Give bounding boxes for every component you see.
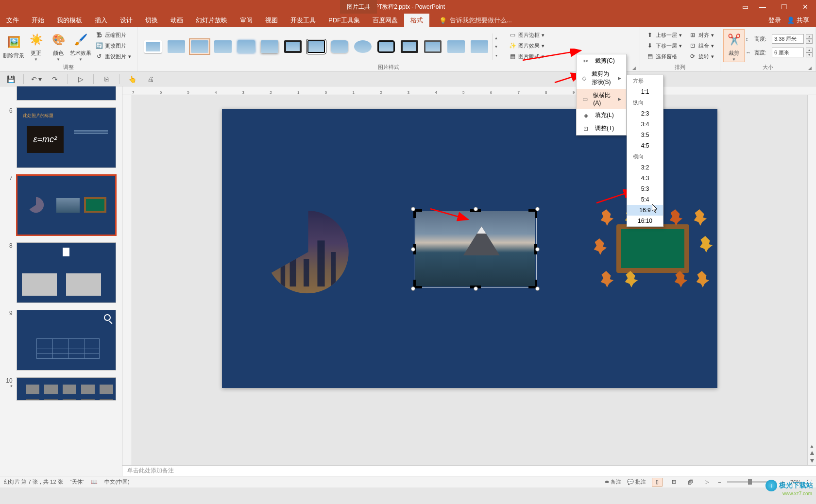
sel-handle-tl[interactable] [411,207,415,211]
style-thumb-4[interactable] [212,38,234,55]
height-input[interactable]: 3.38 厘米 [772,34,804,44]
notes-pane[interactable]: 单击此处添加备注 [122,465,816,476]
ratio-4-5[interactable]: 4:5 [627,140,663,151]
picture-1-pie-shape[interactable] [261,208,356,296]
tab-insert[interactable]: 插入 [88,14,114,27]
style-thumb-15[interactable] [469,38,490,55]
slide-thumb-10[interactable]: 10* [6,377,116,401]
slide-thumb-8[interactable]: 8 [6,242,116,303]
align-button[interactable]: ⊞对齐 ▾ [686,30,717,40]
styles-launcher[interactable]: ◢ [632,66,636,70]
style-thumb-9[interactable] [329,38,350,55]
slide-thumb-7[interactable]: 7 [6,175,116,235]
horizontal-ruler[interactable]: 7 6 5 4 3 2 1 0 1 2 3 4 5 6 7 8 9 [122,86,816,95]
height-spinner[interactable]: ▲▼ [806,34,813,44]
menu-fill[interactable]: ◈填充(L) [577,109,626,122]
slide-thumb-5[interactable] [6,86,116,101]
tab-design[interactable]: 设计 [114,14,139,27]
tab-home[interactable]: 开始 [25,14,51,27]
style-thumb-3[interactable] [189,38,210,55]
ratio-5-4[interactable]: 5:4 [627,194,663,205]
tab-view[interactable]: 视图 [259,14,284,27]
maximize-button[interactable]: ☐ [773,0,795,14]
style-thumb-11[interactable] [375,38,397,55]
corrections-button[interactable]: ☀️更正▼ [25,29,47,62]
save-button[interactable]: 💾 [5,73,17,85]
minimize-button[interactable]: — [752,0,773,14]
ratio-4-3[interactable]: 4:3 [627,173,663,184]
comments-toggle[interactable]: 💬 批注 [627,478,646,486]
ratio-3-2[interactable]: 3:2 [627,162,663,173]
close-button[interactable]: ✕ [795,0,816,14]
send-backward-button[interactable]: ⬇下移一层 ▾ [643,41,685,51]
sel-handle-lm[interactable] [411,247,415,252]
picture-border-button[interactable]: ▭图片边框 ▾ [506,30,547,40]
ratio-3-4[interactable]: 3:4 [627,119,663,130]
login-link[interactable]: 登录 [768,16,781,25]
tell-me-search[interactable]: 💡 告诉我您想要做什么... [439,14,512,27]
gallery-more[interactable]: ▲▼▾ [492,34,500,60]
size-launcher[interactable]: ◢ [808,66,812,70]
ratio-1-1[interactable]: 1:1 [627,86,663,97]
crop-button[interactable]: ✂️裁剪▼ [723,29,745,62]
ratio-2-3[interactable]: 2:3 [627,108,663,119]
tab-transitions[interactable]: 切换 [139,14,164,27]
ratio-3-5[interactable]: 3:5 [627,130,663,140]
rotate-button[interactable]: ⟳旋转 ▾ [686,51,717,62]
normal-view-button[interactable]: ▯ [652,478,663,487]
slide-thumb-6[interactable]: 6 此处照片的标题ε=mc² [6,107,116,168]
tab-templates[interactable]: 我的模板 [51,14,88,27]
picture-layout-button[interactable]: ▦图片版式 ▾ [506,51,547,62]
picture-2-selected[interactable] [415,211,535,286]
menu-crop[interactable]: ✂裁剪(C) [577,54,626,67]
reading-view-button[interactable]: 🗐 [685,478,696,487]
contextual-tab-picture-tools[interactable]: 图片工具 [340,0,377,14]
tab-file[interactable]: 文件 [0,14,25,27]
sel-handle-br[interactable] [535,286,540,291]
ratio-5-3[interactable]: 5:3 [627,184,663,194]
print-button[interactable]: 🖨 [145,73,156,85]
ratio-16-10[interactable]: 16:10 [627,216,663,226]
style-thumb-12[interactable] [399,38,420,55]
menu-fit[interactable]: ⊡调整(T) [577,122,626,135]
touch-mode-button[interactable]: 👆 [126,73,138,85]
color-button[interactable]: 🎨颜色▼ [48,29,69,62]
language-indicator[interactable]: 中文(中国) [104,478,129,486]
notes-toggle[interactable]: ≐ 备注 [605,478,621,486]
tab-format[interactable]: 格式 [404,14,429,27]
zoom-out-button[interactable]: − [718,479,721,485]
change-picture-button[interactable]: 🔄更改图片 [92,41,134,51]
sorter-view-button[interactable]: ⊞ [668,478,679,487]
width-input[interactable]: 6 厘米 [772,48,804,57]
slide-thumb-9[interactable]: 9 [6,310,116,370]
slide-thumbnail-panel[interactable]: 6 此处照片的标题ε=mc² 7 8 9 10* [0,86,122,476]
share-button[interactable]: 👤 共享 [787,16,809,25]
width-spinner[interactable]: ▲▼ [806,48,813,57]
picture-styles-gallery[interactable]: ▲▼▾ [140,32,502,60]
tab-slideshow[interactable]: 幻灯片放映 [189,14,234,27]
menu-crop-to-shape[interactable]: ◇裁剪为形状(S)▶ [577,67,626,89]
menu-aspect-ratio[interactable]: ▭纵横比(A)▶ [577,89,626,109]
tab-developer[interactable]: 开发工具 [284,14,322,27]
remove-background-button[interactable]: 🖼️删除背景 [3,29,24,62]
sel-handle-tm[interactable] [474,207,478,211]
style-thumb-2[interactable] [166,38,187,55]
sel-handle-bl[interactable] [411,286,415,291]
qat-customize-button[interactable]: ⎘ [101,73,112,85]
vertical-ruler[interactable] [122,95,132,465]
style-thumb-8[interactable] [306,38,327,55]
tab-pdf[interactable]: PDF工具集 [322,14,366,27]
tab-animations[interactable]: 动画 [164,14,189,27]
start-from-beginning-button[interactable]: ▷ [75,73,86,85]
slideshow-view-button[interactable]: ▷ [701,478,712,487]
group-button[interactable]: ⊡组合 ▾ [686,41,717,51]
style-thumb-1[interactable] [142,38,164,55]
sel-handle-rm[interactable] [535,247,540,252]
tab-baidu[interactable]: 百度网盘 [366,14,404,27]
redo-button[interactable]: ↷ [49,73,61,85]
reset-picture-button[interactable]: ↺重设图片 ▾ [92,51,134,62]
sel-handle-bm[interactable] [474,286,478,291]
selection-pane-button[interactable]: ▤选择窗格 [643,51,685,62]
undo-button[interactable]: ↶ ▾ [31,73,42,85]
style-thumb-13[interactable] [422,38,443,55]
